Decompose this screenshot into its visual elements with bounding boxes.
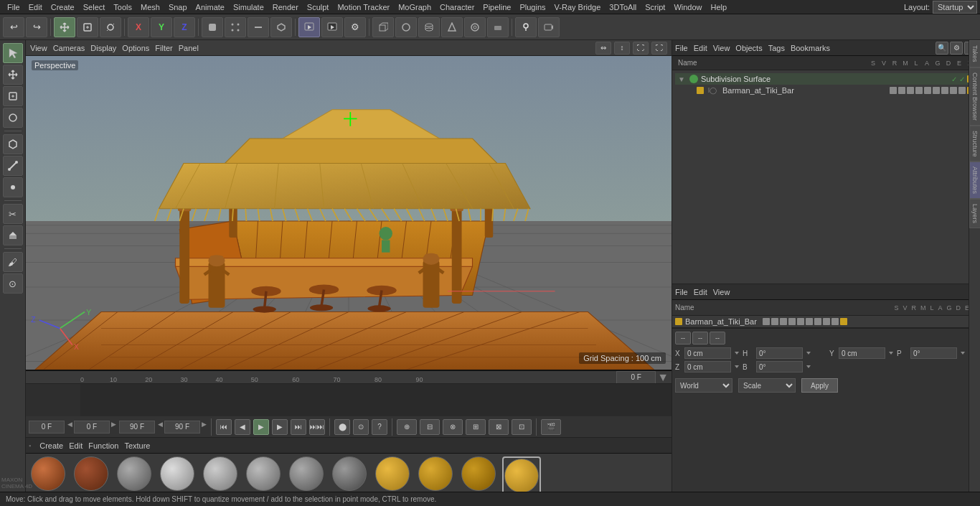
play-button[interactable]: ▶ — [253, 419, 269, 435]
menu-3dtoall[interactable]: 3DToAll — [605, 1, 641, 13]
menu-character[interactable]: Character — [435, 1, 479, 13]
y-pos-input[interactable] — [839, 347, 885, 359]
menu-snap[interactable]: Snap — [164, 1, 192, 13]
next-frame-button[interactable]: ▶ — [272, 419, 288, 435]
z-pos-arrow[interactable] — [733, 363, 740, 370]
cylinder-button[interactable] — [418, 17, 440, 37]
menu-render[interactable]: Render — [268, 1, 303, 13]
key-pos-button[interactable]: ⊕ — [397, 419, 417, 435]
point-tool-sidebar[interactable] — [3, 177, 23, 197]
plane-button[interactable] — [487, 17, 509, 37]
polygon-tool-sidebar[interactable] — [3, 134, 23, 154]
vp-menu-filter[interactable]: Filter — [155, 44, 172, 52]
p-arrow[interactable] — [959, 350, 966, 357]
attr-tag-yellow[interactable] — [840, 318, 847, 325]
menu-mograph[interactable]: MoGraph — [394, 1, 435, 13]
menu-simulate[interactable]: Simulate — [229, 1, 268, 13]
attr-tag-4[interactable] — [788, 318, 796, 325]
end-frame-left[interactable]: ◀ — [158, 421, 163, 434]
undo-button[interactable]: ↩ — [3, 17, 24, 37]
om-tag-6[interactable] — [933, 87, 940, 94]
edge-tool-sidebar[interactable] — [3, 156, 23, 176]
material-item-mai2[interactable]: Mai_Tai — [201, 456, 240, 492]
viewport-icon-3[interactable]: ⛶ — [633, 42, 649, 55]
scale-tool-sidebar[interactable] — [3, 86, 23, 106]
attr-tag-2[interactable] — [771, 318, 778, 325]
om-menu-tags[interactable]: Tags — [768, 44, 785, 52]
frame-input[interactable] — [616, 371, 656, 384]
attr-tag-9[interactable] — [831, 318, 839, 325]
move-tool-button[interactable] — [54, 17, 75, 37]
vp-menu-options[interactable]: Options — [122, 44, 149, 52]
scale-tool-button[interactable] — [77, 17, 98, 37]
menu-vray[interactable]: V-Ray Bridge — [550, 1, 606, 13]
polygon-mode-button[interactable] — [270, 17, 292, 37]
vp-menu-panel[interactable]: Panel — [179, 44, 199, 52]
menu-script[interactable]: Script — [641, 1, 669, 13]
om-check-2[interactable]: ✓ — [959, 75, 965, 83]
edge-mode-button[interactable] — [248, 17, 269, 37]
menu-window[interactable]: Window — [669, 1, 706, 13]
rotate-tool-button[interactable] — [100, 17, 121, 37]
om-tag-8[interactable] — [950, 87, 957, 94]
y-axis-button[interactable]: Y — [151, 17, 172, 37]
om-tag-7[interactable] — [941, 87, 948, 94]
menu-file[interactable]: File — [3, 1, 24, 13]
b-rot-input[interactable] — [756, 361, 803, 373]
attr-tag-8[interactable] — [823, 318, 830, 325]
prev-frame-button[interactable]: ◀ — [235, 419, 250, 435]
auto-keyframe-button[interactable]: ⊙ — [353, 419, 369, 435]
om-menu-bookmarks[interactable]: Bookmarks — [791, 44, 830, 52]
world-selector[interactable]: World — [675, 378, 732, 393]
y-pos-arrow[interactable] — [887, 350, 895, 357]
key-sel-button[interactable]: ⊡ — [512, 419, 532, 435]
render-button[interactable] — [321, 17, 343, 37]
scale-selector[interactable]: Scale — [738, 378, 796, 393]
motion-button[interactable]: ? — [372, 419, 387, 435]
menu-edit[interactable]: Edit — [24, 1, 47, 13]
mat-menu-function[interactable]: Function — [88, 441, 118, 450]
apply-button[interactable]: Apply — [801, 378, 838, 393]
viewport-icon-2[interactable]: ↕ — [614, 42, 630, 55]
extrude-tool-sidebar[interactable] — [3, 225, 23, 245]
menu-tools[interactable]: Tools — [109, 1, 136, 13]
tab-content-browser[interactable]: Content Browser — [969, 67, 980, 126]
b-arrow[interactable] — [805, 363, 812, 370]
menu-pipeline[interactable]: Pipeline — [479, 1, 515, 13]
object-mode-button[interactable] — [202, 17, 223, 37]
light-button[interactable] — [515, 17, 537, 37]
z-pos-input[interactable] — [684, 361, 731, 373]
material-item-mat-tik2[interactable]: mat_tik — [416, 456, 455, 492]
x-pos-arrow[interactable] — [733, 350, 740, 357]
z-axis-button[interactable]: Z — [174, 17, 195, 37]
om-expand-arrow[interactable]: ▼ — [678, 75, 685, 83]
om-check-1[interactable]: ✓ — [951, 75, 957, 83]
start-frame-right[interactable]: ▶ — [111, 421, 116, 434]
menu-help[interactable]: Help — [707, 1, 732, 13]
menu-animate[interactable]: Animate — [192, 1, 229, 13]
tab-layers[interactable]: Layers — [969, 199, 980, 228]
om-search-button[interactable]: 🔍 — [936, 42, 948, 55]
tab-structure[interactable]: Structure — [969, 126, 980, 162]
attr-barman-row[interactable]: Barman_at_Tiki_Bar — [672, 316, 980, 328]
loop-button[interactable]: ⏭⏭ — [309, 419, 325, 435]
keyframe-button[interactable]: ⬤ — [334, 419, 350, 435]
camera-button[interactable] — [538, 17, 560, 37]
attr-menu-file[interactable]: File — [675, 288, 688, 296]
menu-select[interactable]: Select — [79, 1, 110, 13]
om-tag-9[interactable] — [958, 87, 966, 94]
menu-sculpt[interactable]: Sculpt — [303, 1, 334, 13]
om-tag-5[interactable] — [924, 87, 931, 94]
material-item-mai1[interactable]: Mai_Tai — [158, 456, 197, 492]
h-input[interactable] — [756, 347, 803, 359]
render-view-button[interactable] — [298, 17, 320, 37]
sphere-button[interactable] — [395, 17, 417, 37]
tab-attributes[interactable]: Attributes — [969, 161, 980, 199]
layout-dropdown[interactable]: Startup — [933, 1, 977, 14]
om-menu-objects[interactable]: Objects — [735, 44, 762, 52]
om-tag-3[interactable] — [907, 87, 914, 94]
h-arrow[interactable] — [805, 350, 812, 357]
attr-menu-edit[interactable]: Edit — [694, 288, 707, 296]
material-item-boy-cloth[interactable]: Boy_clo — [115, 456, 154, 492]
om-settings-button[interactable]: ⚙ — [950, 42, 963, 55]
